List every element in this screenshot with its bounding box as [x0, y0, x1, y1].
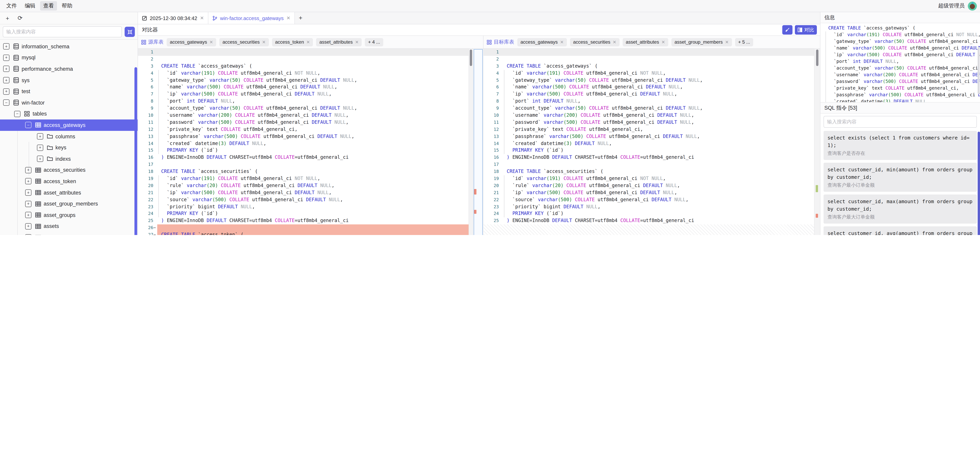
info-sql-line: `private_key` text COLLATE utf8mb4_gener… — [824, 85, 980, 92]
sidebar-item-win-factor[interactable]: −win-factor — [0, 97, 138, 108]
refresh-icon[interactable]: ⟳ — [16, 14, 24, 22]
line-number: 5 — [138, 77, 157, 84]
info-scrollbar[interactable] — [978, 47, 980, 94]
expand-icon[interactable]: + — [3, 66, 10, 72]
expand-icon[interactable]: + — [25, 178, 32, 184]
expand-icon[interactable]: + — [3, 43, 10, 50]
sidebar-search-input[interactable] — [3, 26, 122, 37]
menu-item-帮助[interactable]: 帮助 — [59, 1, 75, 11]
expand-icon[interactable]: + — [25, 234, 32, 235]
expand-icon[interactable]: + — [25, 212, 32, 218]
sidebar-item-asset_groups[interactable]: +asset_groups — [0, 210, 138, 221]
tab-win-factor.access_gateways[interactable]: win-factor.access_gateways✕ — [208, 12, 295, 24]
sidebar-item-sys[interactable]: +sys — [0, 75, 138, 86]
sidebar-item-asset_group_members[interactable]: +asset_group_members — [0, 198, 138, 210]
line-number: 22 — [484, 196, 503, 203]
close-icon[interactable]: ✕ — [662, 40, 665, 44]
grid-small-icon — [487, 40, 492, 44]
close-icon[interactable]: ✕ — [725, 40, 729, 44]
sidebar-item-access_gateways[interactable]: −access_gateways — [0, 119, 138, 131]
code-line: 4 `id` varchar(191) COLLATE utf8mb4_gene… — [484, 70, 814, 77]
menu-item-文件[interactable]: 文件 — [3, 1, 20, 11]
user-avatar[interactable] — [968, 2, 977, 10]
target-scroll-thumb[interactable] — [816, 49, 818, 66]
sidebar-item-columns[interactable]: +columns — [0, 131, 138, 142]
expand-icon[interactable]: + — [37, 144, 43, 151]
target-code-pane[interactable]: 1 2 3CREATE TABLE `access_gateways` (4 `… — [483, 49, 814, 235]
sidebar-item-performance_schema[interactable]: +performance_schema — [0, 63, 138, 75]
table-chip-asset_group_members[interactable]: asset_group_members✕ — [671, 38, 732, 46]
sidebar-item-test[interactable]: +test — [0, 86, 138, 97]
sidebar-item-mysql[interactable]: +mysql — [0, 52, 138, 63]
sidebar-item-indexs[interactable]: +indexs — [0, 153, 138, 164]
sidebar-item-assets[interactable]: +assets — [0, 221, 138, 232]
table-chip-access_securities[interactable]: access_securities✕ — [220, 38, 269, 46]
close-icon[interactable]: ✕ — [286, 15, 290, 21]
new-tab-button[interactable]: + — [294, 12, 306, 24]
collapse-all-button[interactable] — [125, 27, 135, 37]
source-minimap[interactable] — [473, 49, 483, 235]
expand-icon[interactable]: + — [25, 201, 32, 207]
sql-snippet-item[interactable]: select customer_id, min(amount) from ord… — [824, 163, 977, 192]
collapse-icon[interactable]: − — [25, 122, 32, 128]
pane-label: 目标库表 — [487, 38, 514, 46]
sidebar-item-authorised[interactable]: +authorised — [0, 232, 138, 235]
source-scroll-thumb[interactable] — [470, 49, 472, 66]
sql-snippet-item[interactable]: select exists (select 1 from customers w… — [824, 131, 977, 160]
line-number: 13 — [138, 133, 157, 140]
close-icon[interactable]: ✕ — [209, 40, 213, 44]
close-icon[interactable]: ✕ — [612, 40, 616, 44]
sql-snippet-item[interactable]: select customer_id, avg(amount) from ord… — [824, 226, 977, 235]
source-code-pane[interactable]: 1 2 3CREATE TABLE `access_gateways` (4 `… — [138, 49, 469, 235]
menu-item-编辑[interactable]: 编辑 — [22, 1, 38, 11]
table-chip-access_securities[interactable]: access_securities✕ — [570, 38, 619, 46]
user-box[interactable]: 超级管理员 — [938, 2, 977, 10]
close-icon[interactable]: ✕ — [306, 40, 310, 44]
expand-icon[interactable]: + — [25, 167, 32, 173]
code-line: 26− — [138, 225, 469, 232]
table-chip-access_token[interactable]: access_token✕ — [272, 38, 313, 46]
line-number: 14 — [484, 140, 503, 147]
tab-2025-12-30 08:34:42[interactable]: 2025-12-30 08:34:42✕ — [138, 12, 208, 24]
close-icon[interactable]: ✕ — [262, 40, 266, 44]
minimap-viewport[interactable] — [474, 49, 483, 235]
source-vertical-scrollbar[interactable] — [469, 49, 473, 235]
sidebar-item-access_token[interactable]: +access_token — [0, 176, 138, 187]
branch-icon — [212, 16, 217, 21]
expand-icon[interactable]: + — [25, 189, 32, 196]
collapse-icon[interactable]: − — [14, 111, 21, 117]
close-icon[interactable]: ✕ — [560, 40, 563, 44]
more-tables-chip[interactable]: + 5 ... — [735, 38, 753, 46]
code-line: 16) ENGINE=InnoDB DEFAULT CHARSET=utf8mb… — [138, 154, 469, 161]
target-scroll-ruler[interactable] — [814, 49, 820, 235]
close-icon[interactable]: ✕ — [200, 15, 204, 21]
close-icon[interactable]: ✕ — [355, 40, 358, 44]
clear-button[interactable] — [782, 25, 792, 35]
menu-item-查看[interactable]: 查看 — [40, 1, 57, 11]
line-number: 24 — [484, 210, 503, 218]
sidebar-scrollbar[interactable] — [134, 67, 137, 235]
sidebar-item-information_schema[interactable]: +information_schema — [0, 41, 138, 52]
tree-item-label: keys — [56, 144, 67, 151]
table-chip-access_gateways[interactable]: access_gateways✕ — [167, 38, 216, 46]
sidebar-item-access_securities[interactable]: +access_securities — [0, 164, 138, 176]
expand-icon[interactable]: + — [3, 77, 10, 83]
sidebar-item-asset_attributes[interactable]: +asset_attributes — [0, 187, 138, 198]
snippet-scrollbar[interactable] — [978, 132, 980, 235]
table-chip-asset_attributes[interactable]: asset_attributes✕ — [316, 38, 362, 46]
expand-icon[interactable]: + — [25, 223, 32, 230]
compare-button[interactable]: 对比 — [795, 25, 817, 35]
sql-commands-search-input[interactable] — [824, 116, 977, 128]
sidebar-item-keys[interactable]: +keys — [0, 142, 138, 153]
collapse-icon[interactable]: − — [3, 100, 10, 106]
add-connection-icon[interactable]: + — [4, 15, 11, 21]
sidebar-item-tables[interactable]: −tables — [0, 108, 138, 119]
expand-icon[interactable]: + — [3, 55, 10, 61]
table-chip-asset_attributes[interactable]: asset_attributes✕ — [623, 38, 668, 46]
table-chip-access_gateways[interactable]: access_gateways✕ — [517, 38, 567, 46]
expand-icon[interactable]: + — [37, 156, 43, 162]
sql-snippet-item[interactable]: select customer_id, max(amount) from ord… — [824, 195, 977, 224]
expand-icon[interactable]: + — [3, 88, 10, 95]
expand-icon[interactable]: + — [37, 133, 43, 140]
more-tables-chip[interactable]: + 4 ... — [365, 38, 383, 46]
